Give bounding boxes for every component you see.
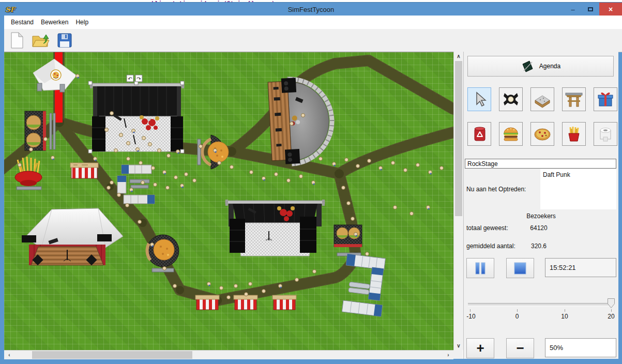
minimize-button[interactable]: –	[564, 3, 582, 16]
dome-stage[interactable]	[268, 76, 334, 165]
cursor-icon	[471, 91, 488, 108]
pizza-stand-top[interactable]	[198, 135, 229, 169]
now-performing-value: Daft Punk	[543, 171, 570, 178]
window-border-left	[0, 16, 4, 364]
hamburger-icon	[500, 125, 521, 143]
visitors-header: Bezoekers	[464, 213, 618, 220]
agenda-book-icon	[521, 59, 534, 73]
pipe-stack	[348, 282, 370, 295]
maximize-button[interactable]	[582, 3, 599, 16]
menu-bar: Bestand Bewerken Help	[4, 16, 622, 29]
stage-name-input[interactable]	[465, 159, 616, 169]
now-performing-label-area: Nu aan het Optreden:	[465, 169, 540, 209]
select-tool-button[interactable]	[467, 87, 491, 111]
save-file-button[interactable]	[57, 33, 72, 48]
stop-button[interactable]	[506, 258, 534, 278]
rotate-left-handle[interactable]: ↶	[128, 76, 132, 82]
horizontal-scroll-thumb[interactable]	[32, 351, 192, 359]
tent-stage[interactable]	[22, 208, 123, 265]
vertical-scroll-thumb[interactable]	[455, 61, 462, 216]
slider-label-0: 0	[515, 313, 519, 320]
striped-barrier-1[interactable]	[195, 295, 219, 310]
striped-barrier-3[interactable]	[272, 295, 296, 310]
trash-bin-icon	[470, 125, 489, 143]
map-horizontal-scrollbar[interactable]: ‹ ›	[4, 350, 453, 359]
rock-stage[interactable]: ↶ ↷	[88, 75, 184, 153]
fries-stand-tool-button[interactable]	[562, 122, 586, 146]
fries-icon	[565, 125, 583, 143]
stop-icon	[513, 262, 527, 275]
window-border-bottom	[0, 359, 622, 364]
slider-track[interactable]	[468, 303, 613, 306]
pizza-stand-bottom[interactable]	[147, 235, 179, 272]
toilet-paper-icon	[596, 125, 615, 143]
toolbar	[4, 29, 622, 52]
toilet-tool-button[interactable]	[594, 122, 617, 146]
new-file-button[interactable]	[9, 32, 25, 49]
spotlight-icon	[502, 91, 520, 108]
zoom-out-button[interactable]: −	[506, 338, 534, 358]
spotlight-tool-button[interactable]	[499, 87, 523, 111]
rotate-right-handle[interactable]: ↷	[136, 76, 141, 82]
menu-bestand[interactable]: Bestand	[11, 19, 34, 26]
container-wall[interactable]	[342, 254, 385, 316]
trash-bin-tool-button[interactable]	[467, 122, 491, 146]
slider-label-10: 10	[561, 313, 568, 320]
pizza-stand-tool-button[interactable]	[530, 122, 554, 146]
now-performing-box: Daft Punk	[540, 169, 616, 209]
side-panel: Agenda	[463, 52, 618, 359]
scrollbar-corner	[453, 350, 463, 359]
stage-floor-tool-button[interactable]	[530, 87, 554, 111]
visitors-avg-value: 320.6	[515, 242, 562, 250]
striped-stand[interactable]	[70, 163, 98, 178]
pause-button[interactable]	[466, 258, 494, 278]
hamburger-stand-left[interactable]	[25, 111, 55, 150]
hamburger-stand-tool-button[interactable]	[499, 122, 523, 146]
stage-frame-icon	[564, 90, 584, 108]
maximize-icon	[588, 7, 593, 11]
zoom-level-display: 50%	[545, 338, 616, 357]
stage-floor-icon	[532, 90, 553, 109]
festival-map[interactable]: ↶ ↷	[4, 52, 453, 351]
pizza-icon	[533, 125, 552, 143]
save-file-icon	[62, 34, 68, 39]
food-tent[interactable]	[33, 59, 77, 92]
close-button[interactable]: ×	[599, 3, 622, 16]
slider-label-min: -10	[466, 313, 475, 320]
scroll-right-button[interactable]: ›	[443, 351, 453, 359]
window-border-right	[618, 16, 622, 364]
now-performing-label: Nu aan het Optreden:	[466, 186, 526, 193]
visitors-total-value: 64120	[515, 224, 562, 232]
gift-shop-tool-button[interactable]	[594, 87, 617, 111]
visitors-total-label: totaal geweest:	[466, 224, 508, 232]
slider-thumb[interactable]	[607, 298, 616, 309]
agenda-button[interactable]: Agenda	[467, 56, 614, 77]
gift-icon	[596, 90, 615, 109]
scroll-down-button[interactable]: ∨	[454, 341, 463, 350]
new-file-icon	[19, 33, 23, 37]
open-file-button[interactable]	[31, 32, 51, 49]
striped-barrier-2[interactable]	[234, 295, 257, 310]
map-vertical-scrollbar[interactable]: ∧ ∨	[453, 52, 463, 350]
zoom-in-button[interactable]: +	[466, 338, 494, 358]
clock-display: 15:52:21	[545, 258, 616, 277]
agenda-button-label: Agenda	[539, 63, 560, 70]
pause-icon	[474, 262, 487, 275]
scroll-up-button[interactable]: ∧	[454, 52, 463, 60]
window-title: SimFestTycoon	[0, 6, 622, 13]
stage-frame-tool-button[interactable]	[562, 87, 586, 111]
title-bar: SF SimFestTycoon – ×	[0, 2, 622, 16]
speed-slider[interactable]: -10 0 10 20	[468, 295, 616, 326]
scroll-left-button[interactable]: ‹	[4, 351, 14, 359]
festival-stage[interactable]	[225, 200, 325, 256]
menu-bewerken[interactable]: Bewerken	[41, 19, 68, 26]
menu-help[interactable]: Help	[75, 19, 88, 26]
visitors-avg-label: gemiddeld aantal:	[466, 242, 515, 250]
slider-label-max: 20	[608, 313, 614, 320]
